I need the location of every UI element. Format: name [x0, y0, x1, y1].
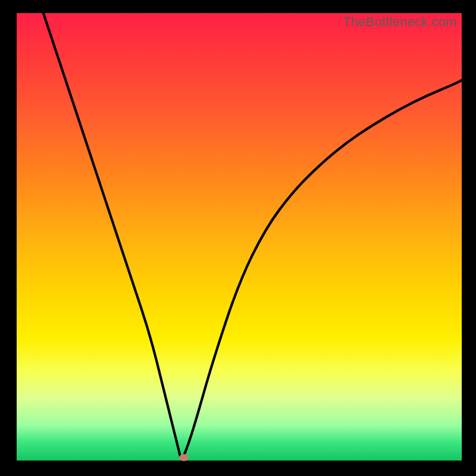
plot-area: TheBottleneck.com [17, 13, 462, 461]
bottleneck-curve [43, 13, 462, 458]
chart-frame: TheBottleneck.com [0, 0, 476, 476]
curve-svg [17, 13, 462, 461]
optimal-point-marker [179, 454, 189, 461]
